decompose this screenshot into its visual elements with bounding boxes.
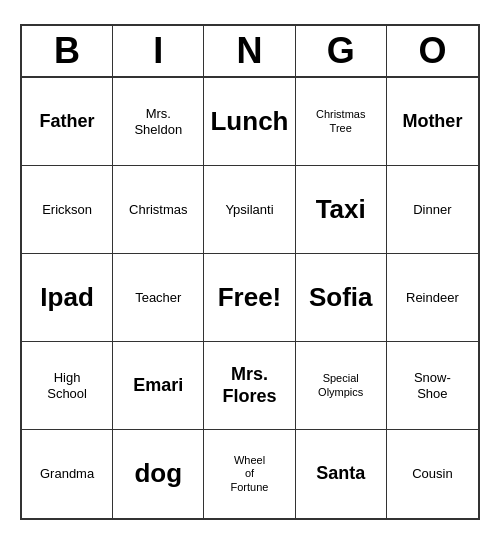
bingo-cell: Reindeer [387, 254, 478, 342]
cell-text: Ipad [40, 282, 93, 313]
bingo-cell: Ipad [22, 254, 113, 342]
cell-text: HighSchool [47, 370, 87, 401]
cell-text: WheelofFortune [231, 454, 269, 494]
cell-text: dog [134, 458, 182, 489]
header-letter: O [387, 26, 478, 76]
bingo-cell: Taxi [296, 166, 387, 254]
cell-text: Mother [402, 111, 462, 133]
cell-text: Sofia [309, 282, 373, 313]
bingo-cell: Snow-Shoe [387, 342, 478, 430]
bingo-cell: Ypsilanti [204, 166, 295, 254]
header-letter: N [204, 26, 295, 76]
bingo-cell: Free! [204, 254, 295, 342]
bingo-cell: Erickson [22, 166, 113, 254]
bingo-cell: Christmas [113, 166, 204, 254]
bingo-cell: Emari [113, 342, 204, 430]
cell-text: Mrs.Sheldon [134, 106, 182, 137]
bingo-cell: Teacher [113, 254, 204, 342]
cell-text: Taxi [316, 194, 366, 225]
bingo-cell: Mrs.Flores [204, 342, 295, 430]
bingo-cell: Grandma [22, 430, 113, 518]
bingo-cell: Mrs.Sheldon [113, 78, 204, 166]
cell-text: ChristmasTree [316, 108, 366, 134]
cell-text: Cousin [412, 466, 452, 482]
cell-text: Snow-Shoe [414, 370, 451, 401]
cell-text: Erickson [42, 202, 92, 218]
bingo-cell: Dinner [387, 166, 478, 254]
bingo-cell: Santa [296, 430, 387, 518]
bingo-header: BINGO [22, 26, 478, 78]
bingo-cell: Mother [387, 78, 478, 166]
cell-text: Reindeer [406, 290, 459, 306]
bingo-cell: Lunch [204, 78, 295, 166]
cell-text: Dinner [413, 202, 451, 218]
cell-text: Christmas [129, 202, 188, 218]
bingo-cell: SpecialOlympics [296, 342, 387, 430]
cell-text: Lunch [210, 106, 288, 137]
bingo-cell: dog [113, 430, 204, 518]
cell-text: Ypsilanti [225, 202, 273, 218]
cell-text: Santa [316, 463, 365, 485]
cell-text: Teacher [135, 290, 181, 306]
bingo-grid: FatherMrs.SheldonLunchChristmasTreeMothe… [22, 78, 478, 518]
bingo-cell: WheelofFortune [204, 430, 295, 518]
bingo-cell: Sofia [296, 254, 387, 342]
bingo-cell: HighSchool [22, 342, 113, 430]
bingo-card: BINGO FatherMrs.SheldonLunchChristmasTre… [20, 24, 480, 520]
cell-text: Father [40, 111, 95, 133]
bingo-cell: Cousin [387, 430, 478, 518]
header-letter: I [113, 26, 204, 76]
bingo-cell: ChristmasTree [296, 78, 387, 166]
header-letter: B [22, 26, 113, 76]
cell-text: Free! [218, 282, 282, 313]
cell-text: SpecialOlympics [318, 372, 363, 398]
cell-text: Mrs.Flores [222, 364, 276, 407]
header-letter: G [296, 26, 387, 76]
bingo-cell: Father [22, 78, 113, 166]
cell-text: Emari [133, 375, 183, 397]
cell-text: Grandma [40, 466, 94, 482]
